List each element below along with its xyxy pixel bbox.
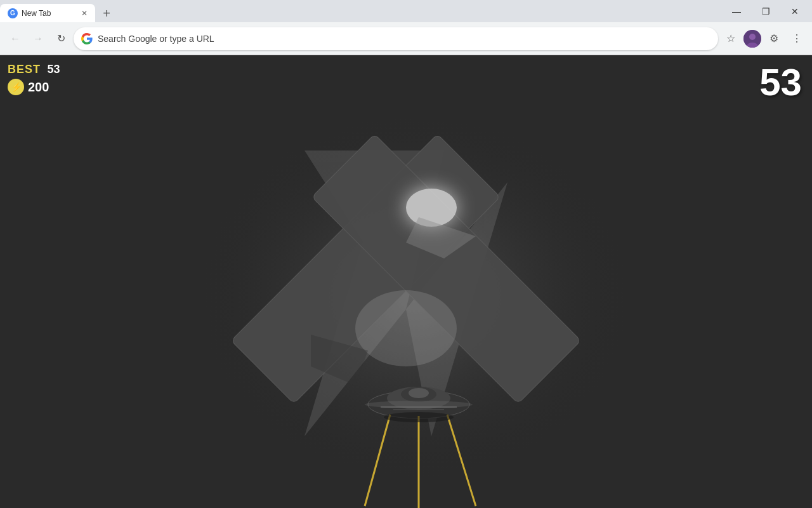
omnibox[interactable]: Search Google or type a URL (74, 27, 718, 50)
energy-icon: ⚡ (8, 79, 24, 95)
minimize-button[interactable]: — (722, 0, 751, 22)
energy-row: ⚡ 200 (8, 79, 60, 95)
back-button[interactable]: ← (5, 29, 25, 49)
menu-button[interactable]: ⋮ (787, 29, 807, 49)
svg-point-17 (365, 401, 473, 408)
best-label: BEST (8, 63, 41, 76)
score-top-right: 53 (759, 60, 802, 104)
current-score: 53 (759, 61, 802, 104)
svg-point-18 (384, 412, 454, 422)
obstacle-highlight (406, 189, 457, 227)
new-tab-button[interactable]: + (98, 4, 115, 22)
maximize-button[interactable]: ❐ (751, 0, 780, 22)
tab-favicon: G (8, 8, 18, 18)
game-area[interactable]: BEST 53 ⚡ 200 53 (0, 55, 812, 508)
forward-button[interactable]: → (28, 29, 48, 49)
game-canvas (0, 55, 812, 508)
profile-icon (743, 30, 761, 48)
omnibox-text: Search Google or type a URL (98, 34, 710, 44)
best-row: BEST 53 (8, 63, 60, 76)
tab-strip: G New Tab ✕ + (0, 0, 722, 22)
google-icon (81, 33, 93, 44)
title-bar: G New Tab ✕ + — ❐ ✕ (0, 0, 812, 22)
bookmark-button[interactable]: ☆ (721, 29, 741, 49)
window-controls: — ❐ ✕ (722, 0, 812, 22)
address-bar: ← → ↻ Search Google or type a URL ☆ ⚙ (0, 22, 812, 55)
tab-title: New Tab (22, 9, 75, 18)
close-button[interactable]: ✕ (780, 0, 809, 22)
best-score-value: 53 (47, 63, 60, 76)
active-tab[interactable]: G New Tab ✕ (0, 4, 95, 22)
profile-avatar[interactable] (743, 30, 761, 48)
svg-point-1 (749, 34, 756, 40)
address-actions: ☆ ⚙ ⋮ (721, 29, 807, 49)
center-glow (355, 290, 457, 366)
extensions-button[interactable]: ⚙ (764, 29, 784, 49)
score-top-left: BEST 53 ⚡ 200 (8, 63, 60, 95)
reload-button[interactable]: ↻ (51, 29, 71, 49)
tab-close-button[interactable]: ✕ (79, 8, 90, 19)
svg-point-11 (409, 388, 429, 398)
energy-count: 200 (28, 80, 49, 95)
